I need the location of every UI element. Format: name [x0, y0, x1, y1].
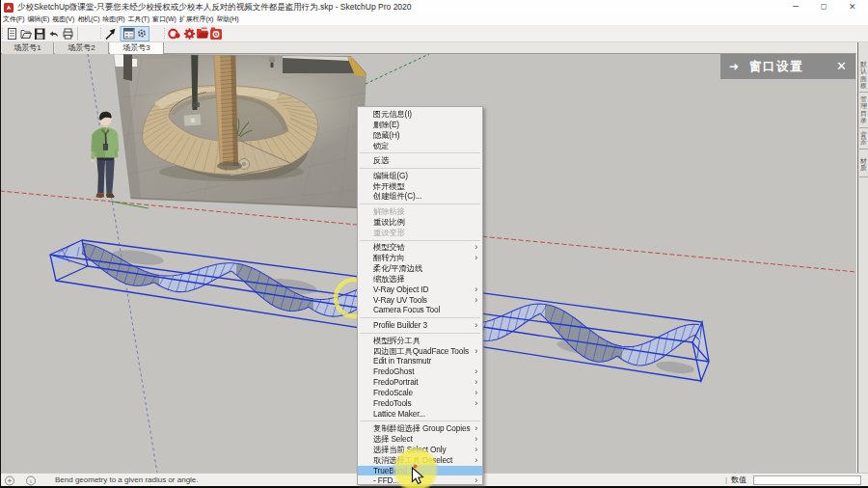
svg-text:i: i	[30, 477, 32, 485]
